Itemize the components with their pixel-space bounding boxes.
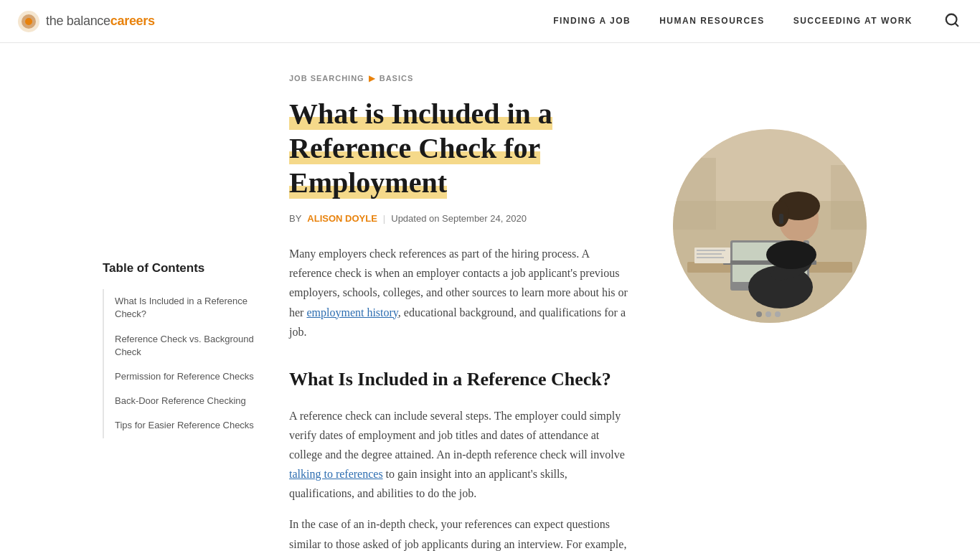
toc-link-what-is-included[interactable]: What Is Included in a Reference Check? [115, 295, 260, 321]
talking-to-references-link[interactable]: talking to references [289, 468, 383, 480]
site-logo[interactable]: the balancecareers [17, 10, 155, 33]
nav-finding-a-job[interactable]: FINDING A JOB [553, 14, 631, 28]
toc-item-reference-vs-background: Reference Check vs. Background Check [103, 327, 260, 364]
breadcrumb-job-searching[interactable]: JOB SEARCHING [289, 72, 364, 85]
svg-line-4 [955, 23, 958, 26]
nav-human-resources[interactable]: HUMAN RESOURCES [659, 14, 765, 28]
svg-rect-24 [697, 257, 724, 258]
svg-rect-25 [673, 158, 716, 230]
toc-item-tips: Tips for Easier Reference Checks [103, 413, 260, 438]
main-nav: FINDING A JOB HUMAN RESOURCES SUCCEEDING… [553, 9, 963, 33]
svg-point-2 [25, 18, 32, 25]
hero-image [673, 129, 867, 323]
svg-point-28 [765, 311, 771, 317]
article-title-text: What is Included in a Reference Check fo… [289, 98, 552, 199]
article-body-p1: A reference check can include several st… [289, 406, 633, 504]
page-wrapper: Table of Contents What Is Included in a … [0, 43, 980, 551]
main-content: JOB SEARCHING ▶ BASICS What is Included … [289, 72, 633, 551]
article-intro: Many employers check references as part … [289, 244, 633, 342]
svg-point-19 [766, 240, 816, 269]
author-link[interactable]: ALISON DOYLE [307, 212, 377, 227]
article-title: What is Included in a Reference Check fo… [289, 97, 633, 200]
byline-prefix: BY [289, 212, 301, 227]
section1-para1-text: A reference check can include several st… [289, 410, 625, 461]
section1-heading: What Is Included in a Reference Check? [289, 364, 633, 395]
logo-icon [17, 10, 40, 33]
svg-point-29 [775, 311, 781, 317]
breadcrumb-arrow: ▶ [369, 72, 375, 85]
toc-item-permission: Permission for Reference Checks [103, 364, 260, 389]
updated-date: Updated on September 24, 2020 [391, 212, 527, 227]
toc-link-back-door[interactable]: Back-Door Reference Checking [115, 395, 260, 408]
toc-title: Table of Contents [103, 258, 260, 278]
site-header: the balancecareers FINDING A JOB HUMAN R… [0, 0, 980, 43]
search-icon [944, 12, 960, 28]
content-area: Table of Contents What Is Included in a … [60, 43, 920, 551]
search-button[interactable] [941, 9, 963, 33]
article-body-p2: In the case of an in-depth check, your r… [289, 514, 633, 551]
svg-rect-23 [697, 253, 722, 255]
svg-rect-26 [831, 165, 867, 230]
breadcrumb: JOB SEARCHING ▶ BASICS [289, 72, 633, 85]
toc-list: What Is Included in a Reference Check? R… [103, 289, 260, 438]
employment-history-link[interactable]: employment history [306, 306, 397, 319]
right-column [662, 72, 877, 551]
toc-link-tips[interactable]: Tips for Easier Reference Checks [115, 419, 260, 432]
breadcrumb-basics[interactable]: BASICS [380, 72, 414, 85]
byline-separator: | [383, 212, 385, 227]
toc-item-back-door: Back-Door Reference Checking [103, 389, 260, 413]
sidebar: Table of Contents What Is Included in a … [103, 72, 260, 551]
svg-rect-22 [697, 250, 725, 251]
toc-link-reference-vs-background[interactable]: Reference Check vs. Background Check [115, 333, 260, 359]
svg-rect-20 [779, 214, 783, 224]
byline: BY ALISON DOYLE | Updated on September 2… [289, 212, 633, 227]
toc-link-permission[interactable]: Permission for Reference Checks [115, 370, 260, 383]
svg-point-27 [756, 311, 762, 317]
hero-illustration [673, 129, 867, 323]
logo-text: the balancecareers [46, 11, 155, 32]
toc-item-what-is-included: What Is Included in a Reference Check? [103, 289, 260, 326]
nav-succeeding-at-work[interactable]: SUCCEEDING AT WORK [793, 14, 913, 28]
